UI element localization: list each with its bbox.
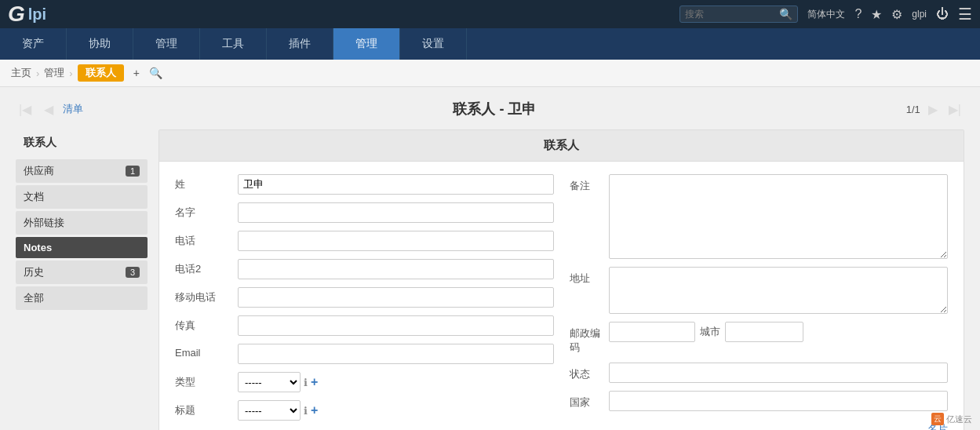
zhuangtai-row: 状态 xyxy=(570,363,949,383)
form-right-col: 备注 地址 邮政编码 城市 xyxy=(570,174,949,430)
star-icon[interactable]: ★ xyxy=(871,7,882,22)
xing-input[interactable] xyxy=(238,174,554,195)
meishi-link[interactable]: 名片 xyxy=(570,419,949,430)
nav-bar: 资产 协助 管理 工具 插件 管理 设置 xyxy=(0,28,980,60)
brand-name: 亿速云 xyxy=(946,414,972,425)
biaoti-info-icon[interactable]: ℹ xyxy=(304,405,308,417)
youbian-label: 邮政编码 xyxy=(570,322,609,355)
dianhua-input[interactable] xyxy=(238,231,554,251)
settings-icon[interactable]: ⚙ xyxy=(891,7,902,22)
sidebar-item-supplier[interactable]: 供应商 1 xyxy=(16,159,148,183)
biaoti-label: 标题 xyxy=(175,400,238,417)
leixing-plus-icon[interactable]: + xyxy=(311,375,318,389)
nav-item-manage2[interactable]: 管理 xyxy=(333,28,400,60)
history-badge: 3 xyxy=(126,267,140,278)
top-bar: G lpi 🔍 简体中文 ? ★ ⚙ glpi ⏻ ☰ xyxy=(0,0,980,28)
youbian-input[interactable] xyxy=(609,322,695,342)
logo-g: G xyxy=(8,2,25,27)
biaoti-row: 标题 ----- ℹ + xyxy=(175,400,554,421)
nav-item-manage[interactable]: 管理 xyxy=(133,28,200,60)
mingzi-input[interactable] xyxy=(238,202,554,223)
brand-icon: 云 xyxy=(931,413,944,425)
email-label: Email xyxy=(175,344,238,359)
logo-lpi: lpi xyxy=(28,5,46,24)
search-input[interactable] xyxy=(685,9,779,20)
breadcrumb-sep2: › xyxy=(69,67,72,79)
leixing-info-icon[interactable]: ℹ xyxy=(304,377,308,388)
email-input[interactable] xyxy=(238,344,554,364)
chuanzhen-row: 传真 xyxy=(175,315,554,336)
breadcrumb-home[interactable]: 主页 xyxy=(11,66,31,80)
lang-switch[interactable]: 简体中文 xyxy=(807,8,845,21)
sidebar-item-history[interactable]: 历史 3 xyxy=(16,261,148,284)
nav-item-settings[interactable]: 设置 xyxy=(400,28,467,60)
top-right: 🔍 简体中文 ? ★ ⚙ glpi ⏻ ☰ xyxy=(679,5,972,24)
sidebar-item-docs[interactable]: 文档 xyxy=(16,185,148,209)
beizhu-label: 备注 xyxy=(570,174,609,193)
record-nav: |◀ ◀ 清单 联系人 - 卫申 1/1 ▶ ▶| xyxy=(16,100,964,118)
main-content: |◀ ◀ 清单 联系人 - 卫申 1/1 ▶ ▶| 联系人 供应商 1 文档 外… xyxy=(0,87,980,430)
nav-item-tools[interactable]: 工具 xyxy=(200,28,267,60)
nav-item-plugins[interactable]: 插件 xyxy=(267,28,333,60)
nav-item-assets[interactable]: 资产 xyxy=(0,28,67,60)
last-page-arrow[interactable]: ▶| xyxy=(945,100,964,118)
sidebar-item-external-links[interactable]: 外部链接 xyxy=(16,211,148,235)
record-count: 1/1 ▶ ▶| xyxy=(906,100,964,118)
dianhua2-input[interactable] xyxy=(238,259,554,279)
dianhua-label: 电话 xyxy=(175,231,238,248)
biaoti-wrap: ----- ℹ + xyxy=(238,400,554,421)
zhuangtai-label: 状态 xyxy=(570,363,609,381)
guojia-input[interactable] xyxy=(609,391,949,411)
dizhi-textarea[interactable] xyxy=(609,267,949,314)
next-page-arrow[interactable]: ▶ xyxy=(925,100,941,118)
zhuangtai-input[interactable] xyxy=(609,363,949,383)
prev-page-arrow[interactable]: ◀ xyxy=(41,100,56,118)
search-breadcrumb-icon[interactable]: 🔍 xyxy=(149,67,162,79)
first-page-arrow[interactable]: |◀ xyxy=(16,100,35,118)
supplier-badge: 1 xyxy=(126,166,140,177)
xing-row: 姓 xyxy=(175,174,554,195)
record-title: 联系人 - 卫申 xyxy=(453,100,536,118)
nav-item-help[interactable]: 协助 xyxy=(67,28,133,60)
guojia-row: 国家 xyxy=(570,391,949,411)
add-icon[interactable]: + xyxy=(133,67,140,79)
chuanzhen-input[interactable] xyxy=(238,315,554,336)
breadcrumb-parent[interactable]: 管理 xyxy=(44,66,64,80)
user-button[interactable]: glpi xyxy=(912,9,927,20)
email-row: Email xyxy=(175,344,554,364)
mingzi-label: 名字 xyxy=(175,202,238,220)
biaoti-plus-icon[interactable]: + xyxy=(311,403,318,417)
postal-city-wrap: 城市 xyxy=(609,322,949,342)
dianhua-row: 电话 xyxy=(175,231,554,251)
leixing-wrap: ----- ℹ + xyxy=(238,372,554,392)
form-body: 姓 名字 电话 电话2 xyxy=(159,162,964,430)
form-panel: 联系人 姓 名字 电话 xyxy=(158,129,964,430)
sidebar-title: 联系人 xyxy=(16,129,148,156)
breadcrumb-current: 联系人 xyxy=(78,64,124,82)
hamburger-icon[interactable]: ☰ xyxy=(958,5,972,24)
dizhi-row: 地址 xyxy=(570,267,949,314)
mingzi-row: 名字 xyxy=(175,202,554,223)
beizhu-textarea[interactable] xyxy=(609,174,949,259)
help-icon[interactable]: ? xyxy=(854,7,862,21)
yidong-input[interactable] xyxy=(238,287,554,308)
biaoti-select[interactable]: ----- xyxy=(238,400,301,421)
power-icon[interactable]: ⏻ xyxy=(936,7,949,21)
youbian-row: 邮政编码 城市 xyxy=(570,322,949,355)
beizhu-row: 备注 xyxy=(570,174,949,259)
guojia-label: 国家 xyxy=(570,391,609,410)
leixing-select[interactable]: ----- xyxy=(238,372,301,392)
chengshi-input[interactable] xyxy=(725,322,803,342)
form-header: 联系人 xyxy=(159,130,964,162)
yidong-label: 移动电话 xyxy=(175,287,238,304)
chuanzhen-label: 传真 xyxy=(175,315,238,333)
sidebar-item-notes[interactable]: Notes xyxy=(16,237,148,258)
yidong-row: 移动电话 xyxy=(175,287,554,308)
dianhua2-row: 电话2 xyxy=(175,259,554,279)
content-layout: 联系人 供应商 1 文档 外部链接 Notes 历史 3 全部 xyxy=(16,129,964,430)
search-box[interactable]: 🔍 xyxy=(679,5,798,23)
leixing-row: 类型 ----- ℹ + xyxy=(175,372,554,392)
search-icon[interactable]: 🔍 xyxy=(779,8,792,20)
sidebar-item-all[interactable]: 全部 xyxy=(16,286,148,310)
clear-list-link[interactable]: 清单 xyxy=(63,102,83,116)
